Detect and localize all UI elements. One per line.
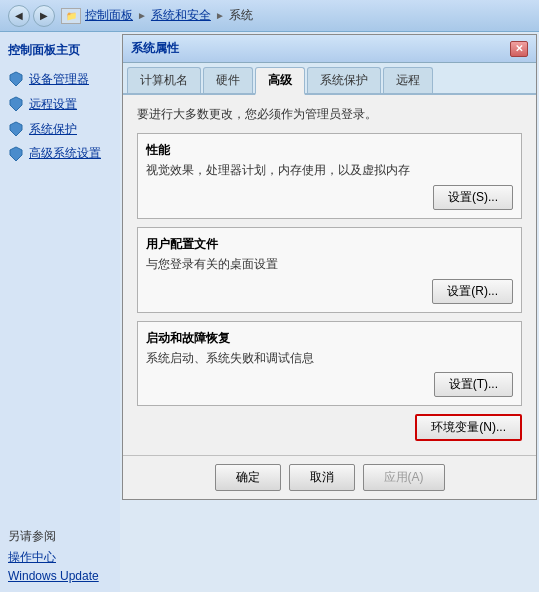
tab-hardware[interactable]: 硬件 [203, 67, 253, 93]
sidebar: 控制面板主页 设备管理器 远程设置 系统保护 高级系统设置 [0, 32, 120, 592]
breadcrumb-part-1[interactable]: 控制面板 [85, 7, 133, 24]
dialog-close-button[interactable]: ✕ [510, 41, 528, 57]
tab-computer-name[interactable]: 计算机名 [127, 67, 201, 93]
also-see-link-windows-update[interactable]: Windows Update [8, 569, 112, 583]
performance-section: 性能 视觉效果，处理器计划，内存使用，以及虚拟内存 设置(S)... [137, 133, 522, 219]
also-see-title: 另请参阅 [8, 528, 112, 545]
user-profile-label: 用户配置文件 [146, 236, 513, 253]
shield-icon-protection [8, 121, 24, 137]
startup-recovery-label: 启动和故障恢复 [146, 330, 513, 347]
sidebar-label-advanced-settings: 高级系统设置 [29, 145, 101, 162]
user-profile-btn-row: 设置(R)... [146, 279, 513, 304]
also-see-panel: 另请参阅 操作中心 Windows Update [0, 522, 120, 592]
svg-marker-3 [10, 147, 22, 161]
dialog-footer: 确定 取消 应用(A) [123, 455, 536, 499]
breadcrumb: 控制面板 ► 系统和安全 ► 系统 [85, 7, 253, 24]
performance-btn-row: 设置(S)... [146, 185, 513, 210]
also-see-link-action-center[interactable]: 操作中心 [8, 549, 112, 566]
user-profile-desc: 与您登录有关的桌面设置 [146, 256, 513, 273]
breadcrumb-part-3: 系统 [229, 7, 253, 24]
tab-advanced[interactable]: 高级 [255, 67, 305, 95]
main-content: 控制面板主页 设备管理器 远程设置 系统保护 高级系统设置 [0, 32, 539, 592]
tab-bar: 计算机名 硬件 高级 系统保护 远程 [123, 63, 536, 95]
sidebar-item-advanced-settings[interactable]: 高级系统设置 [8, 145, 112, 162]
performance-label: 性能 [146, 142, 513, 159]
apply-button[interactable]: 应用(A) [363, 464, 445, 491]
shield-icon-advanced [8, 146, 24, 162]
tab-remote[interactable]: 远程 [383, 67, 433, 93]
svg-marker-1 [10, 97, 22, 111]
user-profile-section: 用户配置文件 与您登录有关的桌面设置 设置(R)... [137, 227, 522, 313]
startup-recovery-btn-row: 设置(T)... [146, 372, 513, 397]
svg-marker-2 [10, 122, 22, 136]
startup-recovery-settings-button[interactable]: 设置(T)... [434, 372, 513, 397]
breadcrumb-sep-2: ► [215, 10, 225, 21]
top-bar: ◀ ▶ 📁 控制面板 ► 系统和安全 ► 系统 [0, 0, 539, 32]
dialog-titlebar: 系统属性 ✕ [123, 35, 536, 63]
svg-marker-0 [10, 72, 22, 86]
shield-icon-device [8, 71, 24, 87]
sidebar-label-system-protection: 系统保护 [29, 121, 77, 138]
nav-buttons: ◀ ▶ [8, 5, 55, 27]
back-button[interactable]: ◀ [8, 5, 30, 27]
forward-button[interactable]: ▶ [33, 5, 55, 27]
sidebar-item-remote-settings[interactable]: 远程设置 [8, 96, 112, 113]
dialog-body: 要进行大多数更改，您必须作为管理员登录。 性能 视觉效果，处理器计划，内存使用，… [123, 95, 536, 455]
ok-button[interactable]: 确定 [215, 464, 281, 491]
performance-desc: 视觉效果，处理器计划，内存使用，以及虚拟内存 [146, 162, 513, 179]
tab-system-protection[interactable]: 系统保护 [307, 67, 381, 93]
shield-icon-remote [8, 96, 24, 112]
dialog-note: 要进行大多数更改，您必须作为管理员登录。 [137, 105, 522, 123]
sidebar-label-device-manager: 设备管理器 [29, 71, 89, 88]
dialog-title: 系统属性 [131, 40, 179, 57]
performance-settings-button[interactable]: 设置(S)... [433, 185, 513, 210]
sidebar-title: 控制面板主页 [8, 42, 112, 59]
system-properties-dialog: 系统属性 ✕ 计算机名 硬件 高级 系统保护 远程 要进行大多数更改，您必须作为… [122, 34, 537, 500]
user-profile-settings-button[interactable]: 设置(R)... [432, 279, 513, 304]
sidebar-label-remote-settings: 远程设置 [29, 96, 77, 113]
sidebar-item-system-protection[interactable]: 系统保护 [8, 121, 112, 138]
startup-recovery-section: 启动和故障恢复 系统启动、系统失败和调试信息 设置(T)... [137, 321, 522, 407]
location-icon: 📁 [61, 8, 81, 24]
breadcrumb-sep-1: ► [137, 10, 147, 21]
env-btn-row: 环境变量(N)... [137, 414, 522, 441]
cancel-button[interactable]: 取消 [289, 464, 355, 491]
right-panel: 计算机全名: ronny-PC 计算机描述: 工作组: WORKGROUP 系统… [120, 32, 539, 592]
breadcrumb-part-2[interactable]: 系统和安全 [151, 7, 211, 24]
startup-recovery-desc: 系统启动、系统失败和调试信息 [146, 350, 513, 367]
env-variables-button[interactable]: 环境变量(N)... [415, 414, 522, 441]
sidebar-item-device-manager[interactable]: 设备管理器 [8, 71, 112, 88]
